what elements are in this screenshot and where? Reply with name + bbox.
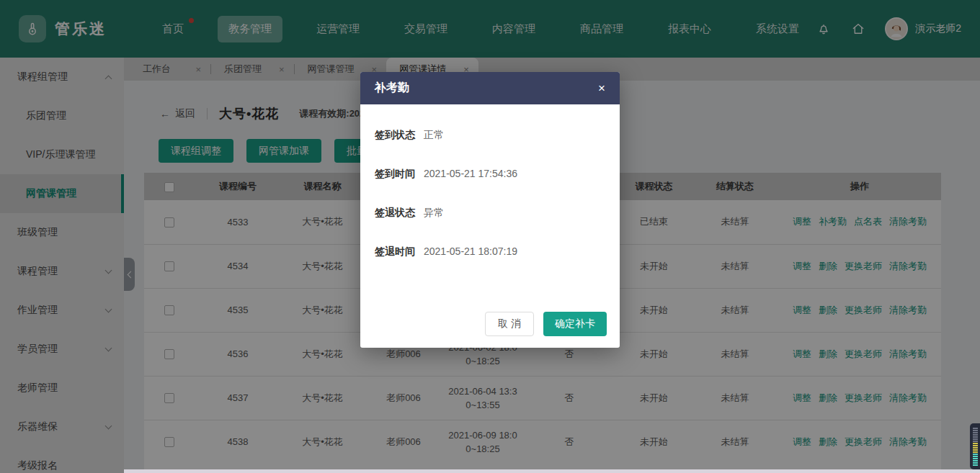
checkout-time-field: 签退时间 2021-05-21 18:07:19: [375, 245, 605, 258]
field-label: 签退时间: [375, 245, 415, 258]
modal-close-icon[interactable]: ×: [598, 82, 605, 94]
modal-footer: 取 消 确定补卡: [360, 312, 620, 348]
minimap-stripe: [973, 445, 978, 446]
checkout-status-field: 签退状态 异常: [375, 207, 605, 220]
horizontal-scrollbar[interactable]: [124, 469, 980, 473]
checkin-time-field: 签到时间 2021-05-21 17:54:36: [375, 168, 605, 181]
minimap-stripe: [973, 458, 978, 459]
scroll-minimap-widget[interactable]: [970, 423, 980, 469]
minimap-stripe: [973, 428, 978, 429]
modal-body: 签到状态 正常 签到时间 2021-05-21 17:54:36 签退状态 异常…: [360, 104, 620, 312]
field-value: 正常: [424, 129, 444, 142]
minimap-stripe: [973, 432, 978, 433]
checkin-status-field: 签到状态 正常: [375, 129, 605, 142]
modal-header: 补考勤 ×: [360, 72, 620, 104]
minimap-stripe: [973, 462, 978, 464]
minimap-stripe: [973, 449, 978, 451]
field-label: 签到状态: [375, 129, 415, 142]
minimap-stripe: [973, 436, 978, 438]
minimap-stripe: [973, 451, 978, 453]
minimap-stripe: [973, 456, 978, 457]
field-label: 签退状态: [375, 207, 415, 220]
field-value: 异常: [424, 207, 444, 220]
minimap-stripe: [973, 443, 978, 444]
minimap-stripe: [973, 464, 978, 466]
minimap-stripe: [973, 454, 978, 455]
minimap-stripe: [973, 434, 978, 436]
minimap-stripe: [973, 447, 978, 449]
confirm-makeup-button[interactable]: 确定补卡: [543, 312, 607, 336]
app-window: 管乐迷 首页 教务管理 运营管理 交易管理 内容管理 商品管理 报表: [0, 0, 980, 473]
minimap-stripe: [973, 460, 978, 461]
field-label: 签到时间: [375, 168, 415, 181]
cancel-button[interactable]: 取 消: [485, 312, 534, 336]
field-value: 2021-05-21 17:54:36: [424, 168, 517, 179]
makeup-attendance-modal: 补考勤 × 签到状态 正常 签到时间 2021-05-21 17:54:36 签…: [360, 72, 620, 348]
minimap-stripe: [973, 441, 978, 442]
minimap-stripe: [973, 438, 978, 440]
field-value: 2021-05-21 18:07:19: [424, 245, 517, 257]
modal-title: 补考勤: [375, 81, 409, 96]
minimap-stripe: [973, 430, 978, 431]
